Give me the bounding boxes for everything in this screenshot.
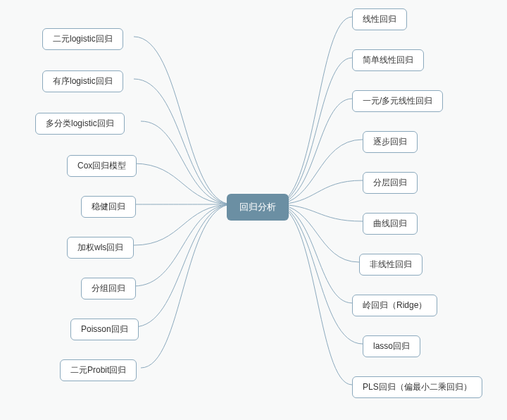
left-node-5[interactable]: 加权wls回归 (67, 237, 134, 259)
node-label: 二元logistic回归 (53, 34, 113, 44)
left-node-3[interactable]: Cox回归模型 (67, 155, 137, 177)
node-label: 多分类logistic回归 (46, 118, 114, 128)
left-node-4[interactable]: 稳健回归 (81, 196, 136, 218)
right-node-2[interactable]: 一元/多元线性回归 (352, 90, 443, 112)
node-label: 分层回归 (373, 178, 407, 187)
node-label: 二元Probit回归 (70, 365, 126, 375)
node-label: 分组回归 (92, 283, 125, 293)
node-label: 曲线回归 (373, 218, 407, 228)
center-label: 回归分析 (239, 202, 276, 212)
node-label: 逐步回归 (373, 137, 407, 147)
right-node-4[interactable]: 分层回归 (363, 172, 418, 194)
left-node-6[interactable]: 分组回归 (81, 278, 136, 299)
right-node-0[interactable]: 线性回归 (352, 8, 407, 30)
node-label: 稳健回归 (92, 202, 125, 211)
right-node-5[interactable]: 曲线回归 (363, 213, 418, 235)
left-node-1[interactable]: 有序logistic回归 (42, 70, 123, 92)
node-label: Cox回归模型 (77, 161, 126, 171)
node-label: Poisson回归 (81, 324, 128, 334)
center-node[interactable]: 回归分析 (227, 194, 289, 221)
node-label: 简单线性回归 (363, 55, 413, 65)
right-node-3[interactable]: 逐步回归 (363, 131, 418, 153)
right-node-7[interactable]: 岭回归（Ridge） (352, 295, 437, 316)
node-label: 非线性回归 (370, 259, 412, 269)
node-label: lasso回归 (373, 341, 410, 351)
left-node-7[interactable]: Poisson回归 (70, 319, 139, 340)
node-label: 有序logistic回归 (53, 76, 113, 86)
node-label: 岭回归（Ridge） (363, 300, 427, 310)
node-label: 一元/多元线性回归 (363, 96, 432, 106)
right-node-8[interactable]: lasso回归 (363, 335, 420, 357)
left-node-8[interactable]: 二元Probit回归 (60, 359, 137, 381)
node-label: PLS回归（偏最小二乘回归） (363, 382, 472, 392)
left-node-0[interactable]: 二元logistic回归 (42, 28, 123, 50)
right-node-9[interactable]: PLS回归（偏最小二乘回归） (352, 376, 482, 398)
right-node-1[interactable]: 简单线性回归 (352, 49, 424, 71)
node-label: 线性回归 (363, 14, 396, 24)
right-node-6[interactable]: 非线性回归 (359, 254, 423, 276)
node-label: 加权wls回归 (77, 242, 123, 252)
left-node-2[interactable]: 多分类logistic回归 (35, 113, 125, 135)
